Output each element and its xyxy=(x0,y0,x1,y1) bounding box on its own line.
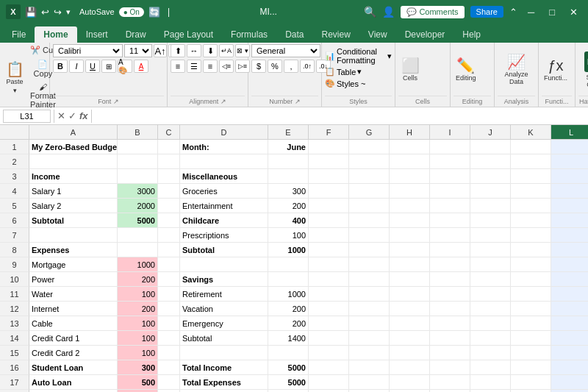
cell-1-e[interactable]: June xyxy=(268,140,309,154)
cell-9-i[interactable] xyxy=(430,257,470,272)
cell-1-h[interactable] xyxy=(390,140,430,154)
col-header-d[interactable]: D xyxy=(180,125,268,139)
cell-4-a[interactable]: Salary 1 xyxy=(29,184,118,199)
cell-17-d[interactable]: Total Expenses xyxy=(180,375,268,390)
maximize-button[interactable]: □ xyxy=(545,5,559,19)
tab-developer[interactable]: Developer xyxy=(396,26,454,43)
cell-1-b[interactable] xyxy=(118,140,158,154)
cell-9-c[interactable] xyxy=(158,257,180,272)
cell-9-k[interactable] xyxy=(511,257,551,272)
format-as-table-button[interactable]: 📋 Table ▾ xyxy=(325,67,362,76)
increase-font-button[interactable]: A↑ xyxy=(154,44,167,57)
cell-8-h[interactable] xyxy=(390,243,430,257)
cell-8-g[interactable] xyxy=(349,243,390,257)
cell-14-g[interactable] xyxy=(349,331,390,346)
cell-5-c[interactable] xyxy=(158,199,180,213)
cell-13-d[interactable]: Emergency xyxy=(180,316,268,331)
cell-16-e[interactable]: 5000 xyxy=(268,360,309,375)
cell-4-l[interactable] xyxy=(551,184,588,199)
cell-13-h[interactable] xyxy=(390,316,430,331)
cell-14-a[interactable]: Credit Card 1 xyxy=(29,331,118,346)
cell-8-k[interactable] xyxy=(511,243,551,257)
cell-6-i[interactable] xyxy=(430,213,470,228)
cell-10-b[interactable]: 200 xyxy=(118,272,158,287)
cell-12-g[interactable] xyxy=(349,302,390,316)
cell-7-d[interactable]: Prescriptions xyxy=(180,228,268,243)
tab-insert[interactable]: Insert xyxy=(77,26,117,43)
cell-15-g[interactable] xyxy=(349,346,390,360)
cell-2-i[interactable] xyxy=(430,154,470,169)
cell-12-a[interactable]: Internet xyxy=(29,302,118,316)
cell-16-h[interactable] xyxy=(390,360,430,375)
align-middle-button[interactable]: ↔ xyxy=(187,44,201,57)
cell-14-f[interactable] xyxy=(309,331,349,346)
cell-1-i[interactable] xyxy=(430,140,470,154)
insert-function-icon[interactable]: fx xyxy=(79,110,88,121)
tab-draw[interactable]: Draw xyxy=(117,26,155,43)
tab-help[interactable]: Help xyxy=(453,26,490,43)
row-header[interactable]: 9 xyxy=(0,257,29,272)
cell-3-c[interactable] xyxy=(158,169,180,184)
cell-5-e[interactable]: 200 xyxy=(268,199,309,213)
col-header-g[interactable]: G xyxy=(349,125,390,139)
cell-7-b[interactable] xyxy=(118,228,158,243)
cell-7-j[interactable] xyxy=(470,228,511,243)
cell-16-g[interactable] xyxy=(349,360,390,375)
cell-10-k[interactable] xyxy=(511,272,551,287)
cell-10-g[interactable] xyxy=(349,272,390,287)
autosave-toggle[interactable]: ● On xyxy=(119,7,144,17)
cell-5-j[interactable] xyxy=(470,199,511,213)
col-header-j[interactable]: J xyxy=(470,125,511,139)
row-header[interactable]: 13 xyxy=(0,316,29,331)
cell-17-g[interactable] xyxy=(349,375,390,390)
cell-12-d[interactable]: Vacation xyxy=(180,302,268,316)
cell-1-c[interactable] xyxy=(158,140,180,154)
cell-2-b[interactable] xyxy=(118,154,158,169)
cell-10-h[interactable] xyxy=(390,272,430,287)
cell-13-i[interactable] xyxy=(430,316,470,331)
cell-8-b[interactable] xyxy=(118,243,158,257)
cell-reference-input[interactable]: L31 xyxy=(3,110,51,123)
cell-6-f[interactable] xyxy=(309,213,349,228)
cell-13-f[interactable] xyxy=(309,316,349,331)
cells-button[interactable]: ⬜ Cells xyxy=(398,56,422,82)
currency-button[interactable]: $ xyxy=(251,60,266,73)
cell-17-e[interactable]: 5000 xyxy=(268,375,309,390)
cell-12-j[interactable] xyxy=(470,302,511,316)
col-header-b[interactable]: B xyxy=(118,125,158,139)
cell-17-k[interactable] xyxy=(511,375,551,390)
share-button[interactable]: Share xyxy=(470,6,503,18)
cell-8-c[interactable] xyxy=(158,243,180,257)
cell-14-d[interactable]: Subtotal xyxy=(180,331,268,346)
cell-7-g[interactable] xyxy=(349,228,390,243)
cell-16-d[interactable]: Total Income xyxy=(180,360,268,375)
col-header-k[interactable]: K xyxy=(511,125,551,139)
cell-3-b[interactable] xyxy=(118,169,158,184)
cell-13-k[interactable] xyxy=(511,316,551,331)
cell-9-b[interactable]: 1000 xyxy=(118,257,158,272)
cell-2-d[interactable] xyxy=(180,154,268,169)
formula-cancel-icon[interactable]: ✕ xyxy=(57,110,65,121)
formula-enter-icon[interactable]: ✓ xyxy=(68,110,76,121)
cell-15-l[interactable] xyxy=(551,346,588,360)
cell-12-e[interactable]: 200 xyxy=(268,302,309,316)
cell-17-f[interactable] xyxy=(309,375,349,390)
quick-access-redo[interactable]: ↪ xyxy=(54,7,62,18)
cell-15-b[interactable]: 100 xyxy=(118,346,158,360)
cell-9-a[interactable]: Mortgage xyxy=(29,257,118,272)
cell-13-l[interactable] xyxy=(551,316,588,331)
row-header[interactable]: 3 xyxy=(0,169,29,184)
cell-13-b[interactable]: 100 xyxy=(118,316,158,331)
col-header-l[interactable]: L xyxy=(551,125,588,139)
col-header-e[interactable]: E xyxy=(268,125,309,139)
cell-5-l[interactable] xyxy=(551,199,588,213)
cell-5-i[interactable] xyxy=(430,199,470,213)
analyze-data-button[interactable]: 📈 Analyze Data xyxy=(498,52,535,86)
cell-16-k[interactable] xyxy=(511,360,551,375)
cell-10-e[interactable] xyxy=(268,272,309,287)
cell-14-j[interactable] xyxy=(470,331,511,346)
cell-6-d[interactable]: Childcare xyxy=(180,213,268,228)
cell-12-k[interactable] xyxy=(511,302,551,316)
cell-4-e[interactable]: 300 xyxy=(268,184,309,199)
conditional-formatting-button[interactable]: 📊 Conditional Formatting ▾ xyxy=(325,47,392,65)
